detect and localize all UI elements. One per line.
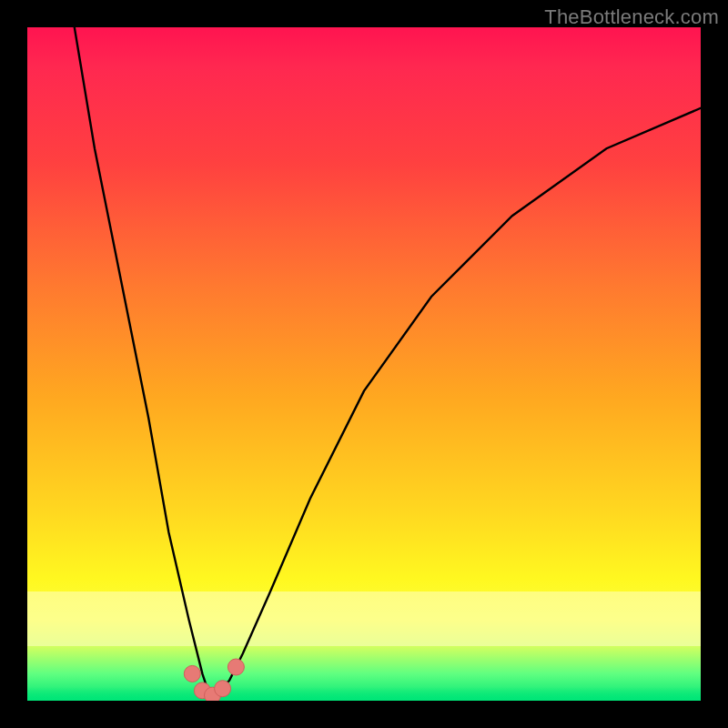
chart-stage: TheBottleneck.com xyxy=(0,0,728,728)
plot-area xyxy=(27,27,701,701)
watermark-text: TheBottleneck.com xyxy=(544,5,719,29)
